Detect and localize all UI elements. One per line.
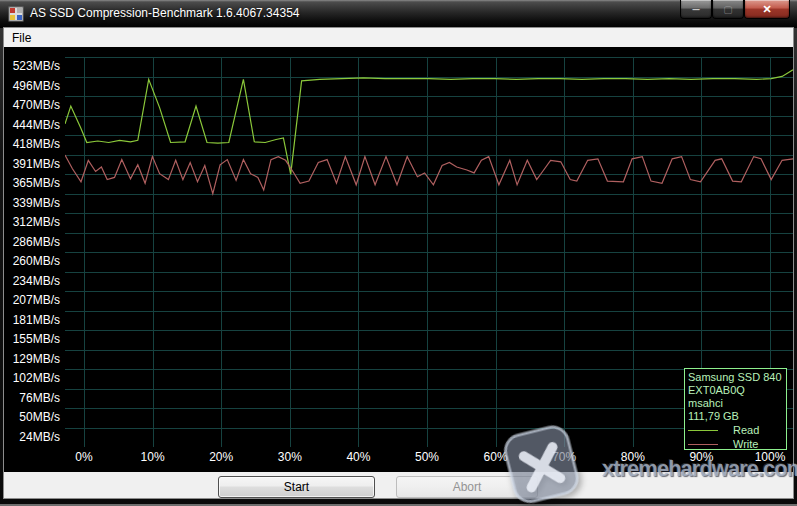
x-tick: 10% — [128, 450, 178, 464]
minimize-button[interactable]: ─ — [680, 0, 712, 19]
legend-write-label: Write — [733, 438, 758, 450]
y-tick: 234MB/s — [4, 272, 60, 292]
read-line-sample — [688, 430, 718, 431]
y-tick: 50MB/s — [4, 408, 60, 428]
y-tick: 129MB/s — [4, 350, 60, 370]
maximize-icon: ▢ — [723, 4, 732, 15]
button-strip: Start Abort — [4, 472, 793, 498]
close-button[interactable]: ✕ — [744, 0, 790, 19]
y-tick: 312MB/s — [4, 213, 60, 233]
y-tick: 365MB/s — [4, 174, 60, 194]
y-tick: 391MB/s — [4, 155, 60, 175]
y-tick: 418MB/s — [4, 135, 60, 155]
x-tick: 90% — [676, 450, 726, 464]
window-title: AS SSD Compression-Benchmark 1.6.4067.34… — [30, 6, 299, 20]
y-tick: 339MB/s — [4, 194, 60, 214]
window-controls: ─ ▢ ✕ — [680, 0, 790, 19]
client-area: File 523MB/s496MB/s470MB/s444MB/s418MB/s… — [4, 28, 793, 498]
x-tick: 100% — [745, 450, 795, 464]
legend-driver: msahci — [688, 397, 786, 410]
legend-firmware: EXT0AB0Q — [688, 384, 786, 397]
x-tick: 50% — [402, 450, 452, 464]
x-tick: 30% — [265, 450, 315, 464]
start-button[interactable]: Start — [218, 476, 375, 498]
y-tick: 523MB/s — [4, 57, 60, 77]
y-tick: 286MB/s — [4, 233, 60, 253]
legend-box: Samsung SSD 840 EXT0AB0Q msahci 111,79 G… — [684, 368, 787, 450]
legend-entry-write: Write — [688, 438, 786, 450]
app-icon — [8, 6, 24, 22]
x-tick: 80% — [608, 450, 658, 464]
y-tick: 181MB/s — [4, 311, 60, 331]
legend-entry-read: Read — [688, 424, 786, 437]
y-tick: 260MB/s — [4, 252, 60, 272]
y-tick: 207MB/s — [4, 291, 60, 311]
titlebar[interactable]: AS SSD Compression-Benchmark 1.6.4067.34… — [0, 0, 797, 28]
menubar: File — [4, 28, 793, 47]
y-tick: 102MB/s — [4, 369, 60, 389]
maximize-button[interactable]: ▢ — [712, 0, 744, 19]
app-window: AS SSD Compression-Benchmark 1.6.4067.34… — [0, 0, 797, 506]
y-tick: 470MB/s — [4, 96, 60, 116]
x-tick: 60% — [471, 450, 521, 464]
y-tick: 155MB/s — [4, 330, 60, 350]
close-icon: ✕ — [762, 3, 771, 16]
y-tick: 444MB/s — [4, 116, 60, 136]
chart-area: 523MB/s496MB/s470MB/s444MB/s418MB/s391MB… — [4, 47, 793, 472]
y-tick: 496MB/s — [4, 77, 60, 97]
legend-capacity: 111,79 GB — [688, 410, 786, 423]
abort-button[interactable]: Abort — [396, 476, 538, 498]
series-read — [65, 70, 793, 175]
minimize-icon: ─ — [692, 4, 699, 15]
y-tick: 76MB/s — [4, 389, 60, 409]
legend-read-label: Read — [733, 424, 759, 437]
legend-device: Samsung SSD 840 — [688, 371, 786, 384]
write-line-sample — [688, 444, 718, 445]
x-tick: 0% — [59, 450, 109, 464]
x-tick: 40% — [333, 450, 383, 464]
x-tick: 20% — [196, 450, 246, 464]
y-tick: 24MB/s — [4, 428, 60, 448]
menu-file[interactable]: File — [4, 29, 39, 47]
x-tick: 70% — [539, 450, 589, 464]
